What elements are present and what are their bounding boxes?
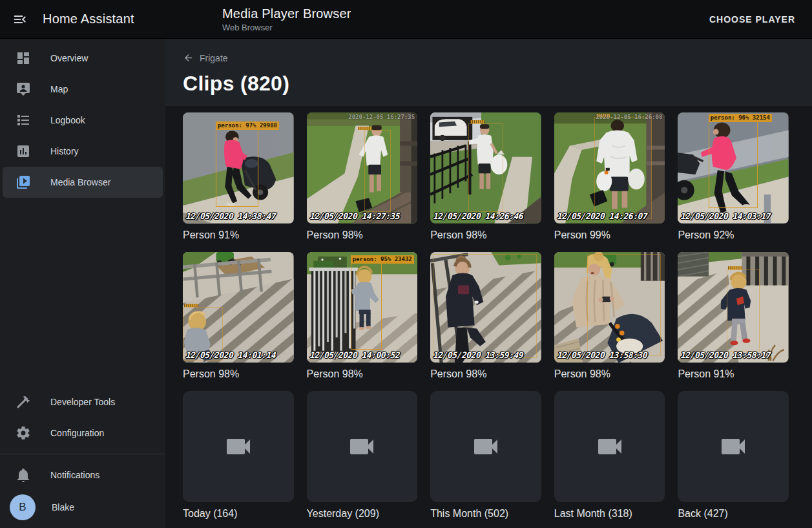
sidebar-item-notifications[interactable]: Notifications (3, 459, 163, 491)
sidebar-item-overview[interactable]: Overview (3, 43, 163, 74)
clip-caption: Person 98% (430, 368, 541, 380)
detection-bounding-box (364, 130, 391, 212)
page-heading: Clips (820) (183, 72, 794, 96)
detection-bounding-box (468, 123, 504, 212)
page-title: Media Player Browser (222, 6, 351, 21)
sidebar-item-media-browser[interactable]: Media Browser (3, 167, 163, 198)
clips-grid: person: 97% 2998812/05/2020 14:38:47Pers… (183, 112, 789, 520)
video-icon (223, 431, 254, 462)
media-browser-icon (16, 174, 31, 190)
detection-tag (184, 304, 198, 307)
choose-player-button[interactable]: CHOOSE PLAYER (703, 8, 802, 30)
clip-card[interactable]: person: 95% 2343212/05/2020 14:00:52Pers… (307, 252, 418, 381)
sidebar-item-label: Configuration (50, 428, 104, 438)
sidebar-item-label: Logbook (50, 115, 85, 125)
clip-card[interactable]: 2020-12-05 16:26:0812/05/2020 14:26:07Pe… (554, 112, 665, 241)
page-title-block: Media Player Browser Web Browser (222, 6, 351, 32)
breadcrumb[interactable]: Frigate (183, 52, 228, 63)
sidebar-item-label: History (50, 146, 79, 156)
sidebar-item-developer-tools[interactable]: Developer Tools (3, 386, 163, 417)
folder-thumbnail (554, 391, 665, 502)
main-panel: Frigate Clips (820) person: 97% 2998812/… (165, 39, 812, 528)
timestamp-overlay: 12/05/2020 14:01:14 (185, 350, 276, 360)
folder-thumbnail (307, 391, 418, 502)
video-icon (718, 431, 749, 462)
folder-caption: Today (164) (183, 508, 294, 520)
dashboard-icon (16, 50, 31, 66)
clip-caption: Person 98% (307, 368, 418, 380)
detection-bounding-box: person: 97% 29988 (216, 129, 258, 207)
sidebar-item-label: Map (50, 84, 68, 94)
clip-card[interactable]: person: 96% 3215412/05/2020 14:03:17Pers… (678, 112, 789, 241)
clip-thumbnail: person: 96% 3215412/05/2020 14:03:17 (678, 112, 789, 224)
sidebar-item-map[interactable]: Map (3, 74, 163, 105)
sidebar-item-logbook[interactable]: Logbook (3, 105, 163, 136)
sidebar-item-history[interactable]: History (3, 136, 163, 167)
arrow-left-icon (183, 52, 194, 63)
detection-tag (470, 120, 484, 123)
app-title: Home Assistant (43, 12, 134, 26)
sidebar: OverviewMapLogbookHistoryMedia BrowserDe… (0, 39, 165, 528)
sidebar-item-label: Notifications (50, 470, 99, 480)
timestamp-overlay: 12/05/2020 14:03:17 (681, 211, 771, 221)
detection-label: person: 95% 23432 (351, 255, 414, 264)
user-name: Blake (52, 502, 74, 512)
detection-bounding-box: person: 96% 32154 (709, 121, 758, 208)
folder-card-yesterday-[interactable]: Yesterday (209) (307, 391, 418, 520)
clip-card[interactable]: 12/05/2020 13:59:49Person 98% (430, 252, 541, 381)
clip-card[interactable]: 12/05/2020 14:01:14Person 98% (183, 252, 294, 381)
breadcrumb-label: Frigate (200, 53, 228, 63)
sidebar-user-profile[interactable]: BBlake (3, 491, 163, 524)
folder-card-today-[interactable]: Today (164) (183, 391, 294, 520)
timestamp-overlay: 12/05/2020 14:00:52 (309, 350, 400, 360)
folder-thumbnail (430, 391, 541, 502)
clip-thumbnail: 12/05/2020 13:59:49 (430, 252, 541, 363)
history-icon (16, 143, 31, 159)
video-icon (470, 431, 501, 462)
clip-thumbnail: 2020-12-05 16:27:3512/05/2020 14:27:35 (307, 112, 418, 224)
folder-caption: Yesterday (209) (307, 508, 418, 520)
camera-overlay-timestamp: 2020-12-05 16:27:35 (348, 114, 415, 120)
bell-icon (16, 467, 31, 483)
folder-thumbnail (678, 391, 789, 502)
clip-card[interactable]: 12/05/2020 14:26:46Person 98% (430, 112, 541, 241)
folder-caption: Last Month (318) (554, 508, 665, 520)
clip-card[interactable]: 12/05/2020 13:58:17Person 91% (678, 252, 789, 381)
folder-thumbnail (183, 391, 294, 502)
camera-overlay-timestamp: 2020-12-05 16:26:08 (596, 114, 662, 120)
detection-bounding-box (727, 269, 760, 352)
sidebar-item-configuration[interactable]: Configuration (3, 417, 163, 449)
clip-caption: Person 91% (678, 368, 789, 380)
clip-thumbnail: person: 97% 2998812/05/2020 14:38:47 (183, 112, 294, 224)
detection-tag (358, 127, 372, 130)
timestamp-overlay: 12/05/2020 14:26:07 (557, 211, 647, 221)
folder-caption: Back (427) (678, 508, 789, 520)
clip-caption: Person 99% (554, 229, 665, 241)
clip-thumbnail: 2020-12-05 16:26:0812/05/2020 14:26:07 (554, 112, 665, 224)
clip-thumbnail: person: 95% 2343212/05/2020 14:00:52 (307, 252, 418, 363)
sidebar-item-label: Media Browser (50, 177, 110, 187)
detection-label: person: 97% 29988 (216, 121, 279, 130)
media-content: person: 97% 2998812/05/2020 14:38:47Pers… (165, 106, 812, 528)
menu-toggle-button[interactable] (12, 11, 28, 28)
folder-card-last-month-[interactable]: Last Month (318) (554, 391, 665, 520)
sidebar-spacer (0, 198, 165, 386)
developer-tools-icon (16, 394, 31, 410)
clip-card[interactable]: 12/05/2020 13:58:30Person 98% (554, 252, 665, 381)
clip-card[interactable]: person: 97% 2998812/05/2020 14:38:47Pers… (183, 112, 294, 241)
folder-card-this-month-[interactable]: This Month (502) (430, 391, 541, 520)
clip-thumbnail: 12/05/2020 13:58:30 (554, 252, 665, 363)
clip-caption: Person 91% (183, 229, 294, 241)
home-assistant-app: Home Assistant Media Player Browser Web … (0, 0, 812, 528)
clip-caption: Person 98% (307, 229, 418, 241)
detection-bounding-box (587, 254, 660, 356)
menu-open-icon (12, 12, 28, 27)
clip-thumbnail: 12/05/2020 14:01:14 (183, 252, 294, 363)
clip-caption: Person 92% (678, 229, 789, 241)
clip-thumbnail: 12/05/2020 13:58:17 (678, 252, 789, 363)
clip-card[interactable]: 2020-12-05 16:27:3512/05/2020 14:27:35Pe… (307, 112, 418, 241)
timestamp-overlay: 12/05/2020 13:58:17 (681, 350, 771, 360)
timestamp-overlay: 12/05/2020 14:27:35 (309, 211, 400, 221)
timestamp-overlay: 12/05/2020 14:26:46 (433, 211, 524, 221)
folder-card-back-[interactable]: Back (427) (678, 391, 789, 520)
